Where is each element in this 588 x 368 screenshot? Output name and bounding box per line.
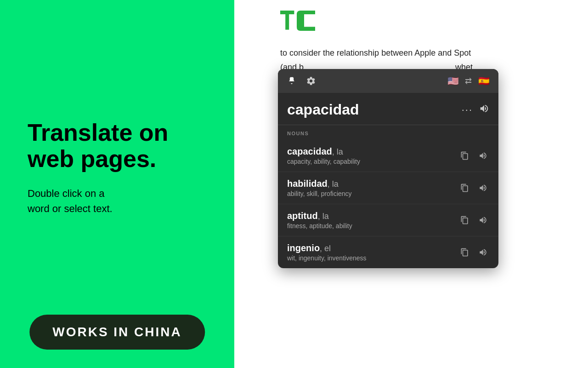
svg-rect-0 bbox=[280, 11, 294, 14]
tc-logo bbox=[280, 9, 317, 36]
word-actions: ··· bbox=[462, 104, 489, 116]
swap-icon[interactable]: ⇄ bbox=[465, 76, 472, 86]
translation-item-1[interactable]: capacidad, la capacity, ability, capabil… bbox=[278, 140, 498, 172]
translation-item-4[interactable]: ingenio, el wit, ingenuity, inventivenes… bbox=[278, 236, 498, 268]
popup-word-title: capacidad bbox=[287, 101, 359, 118]
section-label: NOUNS bbox=[278, 125, 498, 140]
copy-button-3[interactable] bbox=[458, 214, 471, 227]
translation-item-2[interactable]: habilidad, la ability, skill, proficienc… bbox=[278, 172, 498, 204]
popup-toolbar: 🇺🇸 ⇄ 🇪🇸 bbox=[278, 69, 498, 93]
item-word-1: capacidad, la bbox=[287, 146, 458, 157]
item-meanings-2: ability, skill, proficiency bbox=[287, 190, 458, 197]
item-text-1: capacidad, la capacity, ability, capabil… bbox=[287, 146, 458, 165]
item-meanings-3: fitness, aptitude, ability bbox=[287, 222, 458, 230]
translation-item-3[interactable]: aptitud, la fitness, aptitude, ability bbox=[278, 204, 498, 236]
works-china-badge: WORKS IN CHINA bbox=[29, 315, 205, 350]
article-line-1: to consider the relationship between App… bbox=[280, 46, 588, 60]
main-heading: Translate onweb pages. bbox=[28, 120, 207, 172]
toolbar-left bbox=[285, 75, 317, 87]
item-actions-4 bbox=[458, 246, 489, 259]
item-meanings-4: wit, ingenuity, inventiveness bbox=[287, 254, 458, 262]
copy-button-2[interactable] bbox=[458, 182, 471, 195]
settings-button[interactable] bbox=[305, 75, 317, 87]
word-header: capacidad ··· bbox=[278, 93, 498, 125]
sound-button-2[interactable] bbox=[476, 182, 489, 195]
sound-button-4[interactable] bbox=[476, 246, 489, 259]
toolbar-right: 🇺🇸 ⇄ 🇪🇸 bbox=[446, 75, 491, 86]
left-content: Translate onweb pages. Double click on a… bbox=[0, 92, 234, 216]
svg-rect-1 bbox=[285, 14, 289, 30]
item-text-3: aptitud, la fitness, aptitude, ability bbox=[287, 211, 458, 230]
translation-popup: 🇺🇸 ⇄ 🇪🇸 capacidad ··· NOUNS bbox=[278, 69, 498, 268]
right-panel: to consider the relationship between App… bbox=[234, 0, 588, 368]
sound-button-3[interactable] bbox=[476, 214, 489, 227]
item-word-4: ingenio, el bbox=[287, 243, 458, 253]
flag-es-icon: 🇪🇸 bbox=[476, 75, 491, 86]
item-word-2: habilidad, la bbox=[287, 178, 458, 189]
copy-button-4[interactable] bbox=[458, 246, 471, 259]
sound-button-1[interactable] bbox=[476, 150, 489, 162]
item-word-3: aptitud, la bbox=[287, 211, 458, 221]
copy-button-1[interactable] bbox=[458, 150, 471, 162]
left-panel: Translate onweb pages. Double click on a… bbox=[0, 0, 234, 368]
flag-us-icon: 🇺🇸 bbox=[446, 75, 460, 86]
item-actions-1 bbox=[458, 150, 489, 162]
item-text-2: habilidad, la ability, skill, proficienc… bbox=[287, 178, 458, 197]
item-actions-3 bbox=[458, 214, 489, 227]
item-meanings-1: capacity, ability, capability bbox=[287, 158, 458, 165]
item-text-4: ingenio, el wit, ingenuity, inventivenes… bbox=[287, 243, 458, 262]
sub-heading: Double click on aword or select text. bbox=[28, 186, 207, 216]
more-options-button[interactable]: ··· bbox=[462, 104, 473, 116]
pin-button[interactable] bbox=[285, 75, 298, 87]
item-actions-2 bbox=[458, 182, 489, 195]
word-speaker-button[interactable] bbox=[479, 104, 489, 116]
